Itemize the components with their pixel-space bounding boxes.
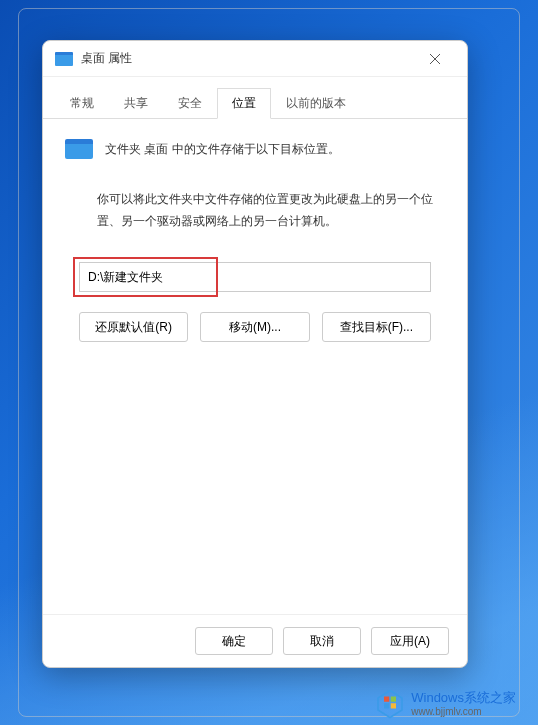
cancel-button[interactable]: 取消: [283, 627, 361, 655]
watermark-logo-icon: [375, 689, 405, 719]
dialog-title: 桌面 属性: [81, 50, 415, 67]
titlebar: 桌面 属性: [43, 41, 467, 77]
action-button-row: 还原默认值(R) 移动(M)... 查找目标(F)...: [65, 312, 445, 342]
path-input-wrapper: [79, 262, 431, 292]
tab-sharing[interactable]: 共享: [109, 88, 163, 119]
watermark: Windows系统之家 www.bjjmlv.com: [375, 689, 516, 719]
ok-button[interactable]: 确定: [195, 627, 273, 655]
location-path-input[interactable]: [79, 262, 431, 292]
restore-default-button[interactable]: 还原默认值(R): [79, 312, 188, 342]
watermark-brand: Windows系统之家: [411, 690, 516, 706]
close-icon: [429, 53, 441, 65]
svg-marker-2: [378, 691, 402, 718]
tab-content: 文件夹 桌面 中的文件存储于以下目标位置。 你可以将此文件夹中文件存储的位置更改…: [43, 119, 467, 614]
tab-location[interactable]: 位置: [217, 88, 271, 119]
desktop-folder-icon: [65, 139, 93, 159]
tab-strip: 常规 共享 安全 位置 以前的版本: [43, 77, 467, 119]
folder-info-row: 文件夹 桌面 中的文件存储于以下目标位置。: [65, 139, 445, 159]
tab-previous-versions[interactable]: 以前的版本: [271, 88, 361, 119]
watermark-url: www.bjjmlv.com: [411, 706, 516, 718]
svg-rect-4: [391, 697, 396, 702]
close-button[interactable]: [415, 44, 455, 74]
description-text: 你可以将此文件夹中文件存储的位置更改为此硬盘上的另一个位置、另一个驱动器或网络上…: [65, 189, 445, 232]
apply-button[interactable]: 应用(A): [371, 627, 449, 655]
tab-general[interactable]: 常规: [55, 88, 109, 119]
folder-info-text: 文件夹 桌面 中的文件存储于以下目标位置。: [105, 141, 340, 158]
svg-rect-3: [384, 697, 389, 702]
move-button[interactable]: 移动(M)...: [200, 312, 309, 342]
dialog-footer: 确定 取消 应用(A): [43, 614, 467, 667]
find-target-button[interactable]: 查找目标(F)...: [322, 312, 431, 342]
svg-rect-5: [384, 703, 389, 708]
svg-rect-6: [391, 703, 396, 708]
desktop-icon: [55, 52, 73, 66]
properties-dialog: 桌面 属性 常规 共享 安全 位置 以前的版本 文件夹 桌面 中的文件存储于以下…: [42, 40, 468, 668]
tab-security[interactable]: 安全: [163, 88, 217, 119]
